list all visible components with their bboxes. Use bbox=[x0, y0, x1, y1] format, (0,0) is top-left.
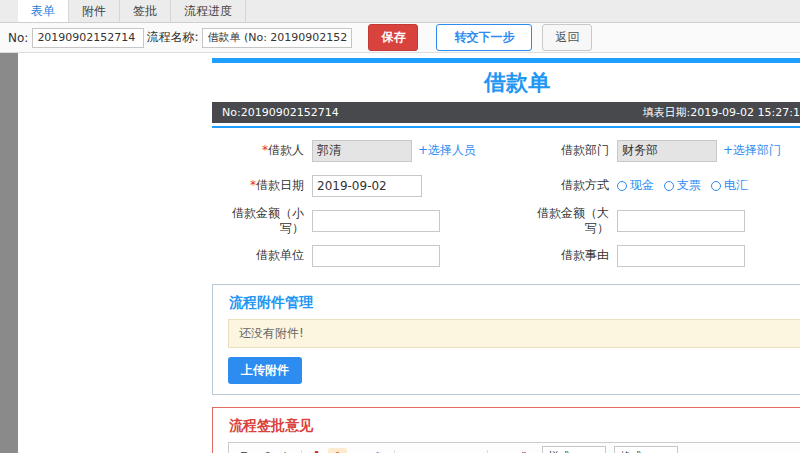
style-select[interactable]: 样式 ▾ bbox=[542, 446, 606, 453]
radio-option-cheque[interactable]: 支票 bbox=[664, 177, 701, 194]
unit-label: 借款单位 bbox=[218, 248, 304, 263]
reason-label: 借款事由 bbox=[523, 248, 609, 263]
radio-icon[interactable] bbox=[617, 181, 627, 191]
amount-upper-label: 借款金额（大写） bbox=[523, 206, 609, 236]
content-area: 借款单 No:20190902152714 填表日期:2019-09-02 15… bbox=[0, 53, 800, 453]
highlight-icon[interactable]: A bbox=[328, 448, 347, 453]
attachments-section: 流程附件管理 还没有附件! 上传附件 bbox=[212, 284, 800, 395]
horizontal-rule-icon[interactable]: — bbox=[493, 448, 512, 453]
style-select-value: 样式 bbox=[548, 449, 570, 453]
tab-attachments[interactable]: 附件 bbox=[69, 0, 120, 22]
save-button[interactable]: 保存 bbox=[368, 24, 418, 51]
forward-next-step-button[interactable]: 转交下一步 bbox=[436, 24, 532, 51]
link-icon[interactable]: ∞ bbox=[349, 448, 368, 453]
editor-toolbar: B I abc A A ∞ ⚑ ≣ ≡ ⇤ ⇥ — ” bbox=[229, 443, 800, 453]
loan-form-panel: 借款单 No:20190902152714 填表日期:2019-09-02 15… bbox=[212, 58, 800, 453]
page-title: 借款单 bbox=[212, 63, 800, 102]
loan-date-input[interactable] bbox=[312, 175, 422, 197]
amount-upper-input[interactable] bbox=[617, 210, 745, 232]
radio-label: 电汇 bbox=[724, 177, 748, 194]
attachments-section-title: 流程附件管理 bbox=[213, 285, 800, 319]
tab-progress[interactable]: 流程进度 bbox=[171, 0, 246, 22]
flag-icon[interactable]: ⚑ bbox=[370, 448, 389, 453]
field-loan-date: *借款日期 bbox=[212, 168, 517, 203]
method-label: 借款方式 bbox=[523, 178, 609, 193]
ordered-list-icon[interactable]: ≣ bbox=[400, 448, 419, 453]
method-radio-group: 现金 支票 电汇 bbox=[617, 177, 748, 194]
strikethrough-icon[interactable]: abc bbox=[277, 448, 296, 453]
unordered-list-icon[interactable]: ≡ bbox=[421, 448, 440, 453]
reason-input[interactable] bbox=[617, 245, 745, 267]
unit-input[interactable] bbox=[312, 245, 440, 267]
loan-date-label: *借款日期 bbox=[218, 178, 304, 193]
radio-icon[interactable] bbox=[664, 181, 674, 191]
amount-lower-label: 借款金额（小写） bbox=[218, 206, 304, 236]
field-reason: 借款事由 bbox=[517, 238, 800, 273]
select-department-link[interactable]: +选择部门 bbox=[723, 142, 781, 159]
outdent-icon[interactable]: ⇤ bbox=[442, 448, 461, 453]
no-label: No: bbox=[8, 31, 28, 45]
approval-section: 流程签批意见 B I abc A A ∞ ⚑ ≣ ≡ ⇤ ⇥ bbox=[212, 407, 800, 453]
format-select[interactable]: 格式 ▾ bbox=[614, 446, 678, 453]
toolbar-separator bbox=[301, 450, 302, 453]
department-input[interactable] bbox=[617, 140, 717, 162]
radio-icon[interactable] bbox=[711, 181, 721, 191]
font-color-icon[interactable]: A bbox=[307, 448, 326, 453]
tab-form[interactable]: 表单 bbox=[18, 0, 69, 22]
no-attachments-notice: 还没有附件! bbox=[228, 319, 800, 348]
radio-label: 支票 bbox=[677, 177, 701, 194]
flow-name-label: 流程名称: bbox=[146, 29, 198, 46]
toolbar-separator bbox=[487, 450, 488, 453]
department-label: 借款部门 bbox=[523, 143, 609, 158]
borrower-input[interactable] bbox=[312, 140, 412, 162]
form-grid: *借款人 +选择人员 借款部门 +选择部门 *借款日期 借款方式 现金 bbox=[212, 128, 800, 276]
field-department: 借款部门 +选择部门 bbox=[517, 133, 800, 168]
radio-option-wire[interactable]: 电汇 bbox=[711, 177, 748, 194]
radio-option-cash[interactable]: 现金 bbox=[617, 177, 654, 194]
field-amount-lower: 借款金额（小写） bbox=[212, 203, 517, 238]
toolbar-separator bbox=[394, 450, 395, 453]
no-input[interactable] bbox=[32, 28, 144, 48]
format-select-value: 格式 bbox=[620, 449, 642, 453]
field-unit: 借款单位 bbox=[212, 238, 517, 273]
field-method: 借款方式 现金 支票 电汇 bbox=[517, 168, 800, 203]
italic-icon[interactable]: I bbox=[256, 448, 275, 453]
borrower-label: *借款人 bbox=[218, 143, 304, 158]
upload-attachment-button[interactable]: 上传附件 bbox=[228, 357, 302, 384]
back-button[interactable]: 返回 bbox=[542, 24, 592, 51]
approval-section-title: 流程签批意见 bbox=[213, 408, 800, 442]
radio-label: 现金 bbox=[630, 177, 654, 194]
form-number: No:20190902152714 bbox=[222, 106, 339, 119]
tab-bar: 表单 附件 签批 流程进度 bbox=[0, 0, 800, 23]
toolbar: No: 流程名称: 保存 转交下一步 返回 bbox=[0, 23, 800, 53]
blockquote-icon[interactable]: ” bbox=[514, 448, 533, 453]
fill-date: 填表日期:2019-09-02 15:27:1 bbox=[642, 105, 800, 120]
bold-icon[interactable]: B bbox=[235, 448, 254, 453]
tab-sign[interactable]: 签批 bbox=[120, 0, 171, 22]
rich-text-editor: B I abc A A ∞ ⚑ ≣ ≡ ⇤ ⇥ — ” bbox=[228, 442, 800, 453]
flow-name-input[interactable] bbox=[202, 28, 352, 48]
amount-lower-input[interactable] bbox=[312, 210, 440, 232]
select-person-link[interactable]: +选择人员 bbox=[418, 142, 476, 159]
field-amount-upper: 借款金额（大写） bbox=[517, 203, 800, 238]
indent-icon[interactable]: ⇥ bbox=[463, 448, 482, 453]
meta-bar: No:20190902152714 填表日期:2019-09-02 15:27:… bbox=[212, 102, 800, 123]
collapsed-sidebar bbox=[0, 53, 18, 453]
field-borrower: *借款人 +选择人员 bbox=[212, 133, 517, 168]
